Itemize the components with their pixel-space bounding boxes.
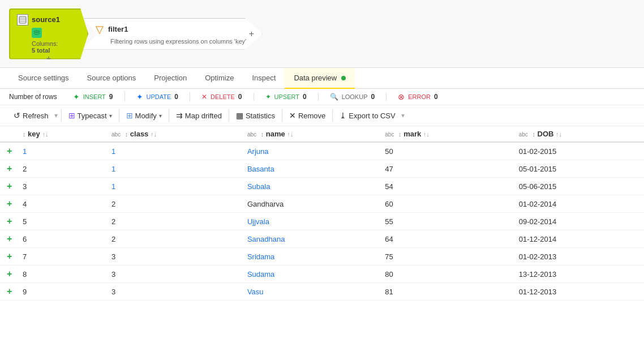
cell-key: 1: [17, 142, 106, 160]
rows-label: Number of rows: [9, 93, 57, 101]
cell-dob: 05-06-2015: [513, 178, 644, 195]
refresh-dropdown-arrow[interactable]: ▾: [53, 112, 59, 119]
row-add-button[interactable]: +: [0, 230, 17, 248]
cell-dob: 13-12-2013: [513, 265, 644, 283]
table-body: +11Arjuna5001-02-2015+21Basanta4705-01-2…: [0, 142, 644, 301]
filter-title: filter1: [108, 25, 128, 33]
table-row: +93Vasu8101-12-2013: [0, 283, 644, 301]
source-title: source1: [32, 15, 60, 24]
map-drifted-icon: ⇉: [176, 111, 183, 120]
cell-class: 3: [106, 248, 242, 265]
cell-name: Subala: [242, 178, 379, 195]
remove-icon: ✕: [289, 111, 296, 120]
table-row: +31Subala5405-06-2015: [0, 178, 644, 195]
cell-key: 6: [17, 230, 106, 248]
cell-dob: 09-02-2014: [513, 213, 644, 230]
statistics-button[interactable]: ▦ Statistics: [231, 109, 280, 122]
row-add-button[interactable]: +: [0, 213, 17, 230]
toolbar-divider-5: [282, 110, 282, 121]
row-add-button[interactable]: +: [0, 195, 17, 213]
toolbar-divider-4: [229, 110, 229, 121]
cell-key: 9: [17, 283, 106, 301]
cell-mark: 64: [379, 230, 513, 248]
tab-inspect[interactable]: Inspect: [243, 68, 285, 89]
modify-button[interactable]: ⊞ Modify ▾: [122, 109, 166, 122]
typecast-button[interactable]: ⊞ Typecast ▾: [64, 109, 117, 122]
map-drifted-button[interactable]: ⇉ Map drifted: [171, 109, 226, 122]
col-class: abc ↕ class ↑↓: [106, 126, 242, 142]
tab-optimize[interactable]: Optimize: [196, 68, 243, 89]
refresh-icon: ↺: [14, 111, 20, 120]
stat-delete: ✕ DELETE 0: [190, 93, 254, 101]
cell-name: Sudama: [242, 265, 379, 283]
toolbar-divider-3: [169, 110, 169, 121]
col-mark: abc ↕ mark ↑↓: [379, 126, 513, 142]
filter-node[interactable]: ▽ filter1 Filtering rows using expressio…: [83, 18, 263, 50]
cell-mark: 81: [379, 283, 513, 301]
toolbar-divider-2: [119, 110, 119, 121]
cell-class: 2: [106, 213, 242, 230]
export-csv-button[interactable]: ⤓ Export to CSV: [335, 109, 400, 122]
modify-dropdown-arrow: ▾: [159, 113, 162, 119]
export-dropdown-arrow[interactable]: ▾: [400, 112, 406, 119]
source-node[interactable]: source1 Columns: 5 total +: [9, 8, 88, 59]
remove-button[interactable]: ✕ Remove: [285, 109, 330, 122]
table-row: +42Gandharva6001-02-2014: [0, 195, 644, 213]
tab-source-options[interactable]: Source options: [78, 68, 145, 89]
cell-mark: 54: [379, 178, 513, 195]
cell-name: Arjuna: [242, 142, 379, 160]
stat-error: ⊗ ERROR 0: [387, 92, 449, 101]
cell-mark: 60: [379, 195, 513, 213]
toolbar-divider-6: [332, 110, 333, 121]
row-add-button[interactable]: +: [0, 265, 17, 283]
cell-dob: 05-01-2015: [513, 160, 644, 178]
tab-active-indicator: [341, 76, 346, 80]
cell-class: 1: [106, 178, 242, 195]
cell-mark: 75: [379, 248, 513, 265]
table-row: +52Ujjvala5509-02-2014: [0, 213, 644, 230]
cell-key: 4: [17, 195, 106, 213]
col-name: abc ↕ name ↑↓: [242, 126, 379, 142]
tab-projection[interactable]: Projection: [145, 68, 196, 89]
cell-class: 2: [106, 195, 242, 213]
row-add-button[interactable]: +: [0, 160, 17, 178]
filter-icon: ▽: [96, 23, 104, 36]
cell-name: Sridama: [242, 248, 379, 265]
cell-mark: 80: [379, 265, 513, 283]
cell-name: Ujjvala: [242, 213, 379, 230]
typecast-icon: ⊞: [68, 111, 75, 120]
row-add-button[interactable]: +: [0, 248, 17, 265]
toolbar-divider-1: [61, 110, 62, 121]
source-db-icon: [32, 28, 42, 38]
refresh-button[interactable]: ↺ Refresh: [9, 109, 53, 122]
col-add: [0, 126, 17, 142]
table-header-row: ↕ key ↑↓ abc ↕ class ↑↓ abc ↕ name ↑↓: [0, 126, 644, 142]
cell-dob: 01-02-2014: [513, 195, 644, 213]
row-add-button[interactable]: +: [0, 283, 17, 301]
tab-source-settings[interactable]: Source settings: [9, 68, 78, 89]
tab-data-preview[interactable]: Data preview: [285, 68, 355, 89]
stats-bar: Number of rows ✦ INSERT 9 ✦ UPDATE 0 ✕ D…: [0, 89, 644, 105]
cell-dob: 01-02-2013: [513, 248, 644, 265]
cell-mark: 50: [379, 142, 513, 160]
cell-class: 3: [106, 265, 242, 283]
col-key: ↕ key ↑↓: [17, 126, 106, 142]
cell-key: 7: [17, 248, 106, 265]
cell-dob: 01-02-2015: [513, 142, 644, 160]
toolbar: ↺ Refresh ▾ ⊞ Typecast ▾ ⊞ Modify ▾ ⇉ Ma…: [0, 105, 644, 126]
export-icon: ⤓: [340, 111, 346, 120]
col-dob: abc ↕ DOB ↑↓: [513, 126, 644, 142]
row-add-button[interactable]: +: [0, 178, 17, 195]
cell-mark: 55: [379, 213, 513, 230]
stat-upsert: ✦ UPSERT 0: [254, 93, 319, 101]
filter-description: Filtering rows using expressions on colu…: [96, 38, 246, 45]
modify-icon: ⊞: [126, 111, 133, 120]
row-add-button[interactable]: +: [0, 142, 17, 160]
cell-class: 1: [106, 160, 242, 178]
source-add-button[interactable]: +: [46, 54, 51, 64]
stat-lookup: 🔍 LOOKUP 0: [319, 93, 387, 101]
data-table-container: ↕ key ↑↓ abc ↕ class ↑↓ abc ↕ name ↑↓: [0, 126, 644, 337]
cell-class: 2: [106, 230, 242, 248]
filter-add-button[interactable]: +: [249, 29, 254, 39]
table-row: +73Sridama7501-02-2013: [0, 248, 644, 265]
